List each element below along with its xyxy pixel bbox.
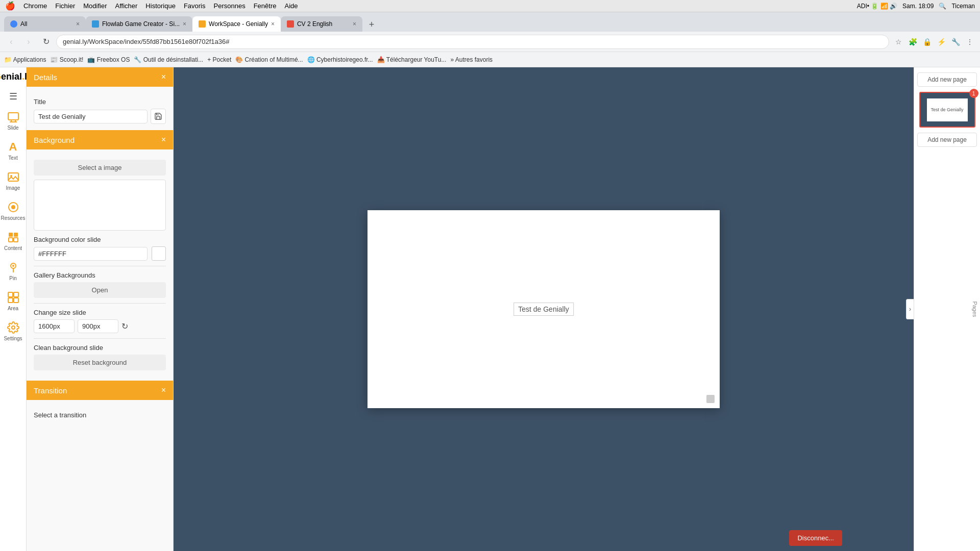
- mac-menubar: 🍎 Chrome Fichier Modifier Afficher Histo…: [0, 0, 980, 12]
- tab-close-flowlab[interactable]: ×: [183, 20, 186, 28]
- transition-content: Select a transition: [27, 400, 173, 428]
- addressbar-icons: ☆ 🧩 🔒 ⚡ 🔧 ⋮: [892, 36, 976, 48]
- bookmark-creation[interactable]: 🎨 Création of Multimé...: [235, 56, 303, 63]
- svg-rect-4: [8, 173, 18, 181]
- menu-favoris[interactable]: Favoris: [184, 2, 206, 10]
- menu-afficher[interactable]: Afficher: [115, 2, 138, 10]
- menu-historique[interactable]: Historique: [145, 2, 176, 10]
- forward-button[interactable]: ›: [21, 35, 36, 49]
- bookmark-outil[interactable]: 🔧 Outil de désinstallati...: [134, 56, 203, 63]
- size-refresh-icon[interactable]: ↻: [121, 321, 128, 331]
- bookmark-applications[interactable]: 📁 Applications: [4, 56, 46, 63]
- menu-fichier[interactable]: Fichier: [55, 2, 75, 10]
- select-image-button[interactable]: Select a image: [34, 160, 166, 176]
- bg-color-swatch[interactable]: [152, 246, 166, 261]
- bookmark-pocket[interactable]: + Pocket: [207, 56, 231, 63]
- width-input[interactable]: [34, 319, 75, 333]
- tab-all[interactable]: All ×: [4, 16, 86, 32]
- chrome-tabbar: All × Flowlab Game Creator - Si... × Wor…: [0, 12, 980, 32]
- tab-close-all[interactable]: ×: [76, 20, 80, 28]
- height-input[interactable]: [78, 319, 118, 333]
- sidebar-item-pin[interactable]: Pin: [0, 256, 27, 285]
- tab-flowlab[interactable]: Flowlab Game Creator - Si... ×: [86, 16, 192, 32]
- menubar-right: ADI• 🔋 📶 🔊 Sam. 18:09 🔍 Ticeman: [857, 3, 975, 10]
- bookmark-star-icon[interactable]: ☆: [892, 36, 904, 48]
- menubar-search[interactable]: 🔍: [939, 3, 946, 10]
- menu-fenetre[interactable]: Fenêtre: [254, 2, 277, 10]
- sidebar-item-image[interactable]: Image: [0, 166, 27, 195]
- reload-button[interactable]: ↻: [39, 35, 53, 49]
- slide-content-text: Test de Genially: [513, 303, 574, 316]
- add-page-top-button[interactable]: Add new page: [917, 72, 977, 87]
- background-header-label: Background: [34, 136, 75, 144]
- resize-handle[interactable]: [706, 395, 715, 403]
- tab-close-cv[interactable]: ×: [353, 20, 356, 28]
- area-label: Area: [8, 306, 18, 311]
- pin-label: Pin: [9, 276, 16, 281]
- tab-label-genially: WorkSpace - Genially: [209, 20, 268, 28]
- extension-icon-3[interactable]: ⚡: [935, 36, 947, 48]
- menubar-user: Ticeman: [951, 3, 975, 10]
- transition-select-label: Select a transition: [34, 411, 166, 419]
- area-icon: [6, 290, 20, 305]
- page-thumbnail-1[interactable]: Test de Genially 1: [919, 92, 975, 128]
- details-close-button[interactable]: ×: [161, 72, 166, 82]
- bookmark-scoopit[interactable]: 📰 Scoop.it!: [50, 56, 83, 63]
- url-bar[interactable]: genial.ly/WorkSpace/index/55fd87bb1561e8…: [56, 35, 889, 49]
- tab-genially[interactable]: WorkSpace - Genially ×: [192, 16, 281, 32]
- sidebar-item-text[interactable]: A Text: [0, 136, 27, 165]
- disconnect-button[interactable]: Disconnec...: [789, 530, 842, 546]
- bookmark-freebox[interactable]: 📺 Freebox OS: [87, 56, 130, 63]
- svg-rect-8: [9, 233, 13, 237]
- sidebar-item-area[interactable]: Area: [0, 286, 27, 315]
- svg-rect-9: [14, 233, 18, 237]
- pages-toggle-button[interactable]: ›: [906, 299, 914, 319]
- menubar-status: ADI• 🔋 📶 🔊: [857, 3, 897, 10]
- title-input[interactable]: [34, 110, 148, 123]
- bookmark-autres[interactable]: » Autres favoris: [450, 56, 493, 63]
- divider-2: [34, 303, 166, 304]
- menu-chrome[interactable]: Chrome: [23, 2, 47, 10]
- extension-icon-4[interactable]: 🔧: [949, 36, 962, 48]
- details-section-header: Details ×: [27, 67, 173, 87]
- menu-modifier[interactable]: Modifier: [83, 2, 107, 10]
- transition-close-button[interactable]: ×: [161, 386, 166, 395]
- reset-background-button[interactable]: Reset background: [34, 355, 166, 370]
- size-row: ↻: [34, 319, 166, 333]
- transition-section-header: Transition ×: [27, 381, 173, 400]
- sidebar-menu-toggle[interactable]: ☰: [5, 88, 21, 105]
- page-number-badge: 1: [969, 89, 978, 98]
- add-page-bottom-button[interactable]: Add new page: [917, 133, 977, 147]
- sidebar-item-slide[interactable]: Slide: [0, 106, 27, 135]
- title-save-button[interactable]: [151, 109, 166, 124]
- bookmark-cyber[interactable]: 🌐 Cyberhistoiregeo.fr...: [307, 56, 373, 63]
- page-thumb-content: Test de Genially: [927, 98, 968, 121]
- slide-canvas[interactable]: Test de Genially: [368, 210, 720, 408]
- settings-icon: [6, 320, 20, 335]
- gallery-open-button[interactable]: Open: [34, 282, 166, 298]
- menu-aide[interactable]: Aide: [284, 2, 298, 10]
- gallery-backgrounds-label: Gallery Backgrounds: [34, 271, 166, 279]
- bg-color-input[interactable]: [34, 247, 148, 261]
- tab-cv[interactable]: CV 2 English ×: [281, 16, 362, 32]
- title-input-row: [34, 109, 166, 124]
- extension-icon-2[interactable]: 🔒: [921, 36, 933, 48]
- sidebar-item-settings[interactable]: Settings: [0, 316, 27, 345]
- svg-rect-15: [8, 292, 13, 297]
- page-thumb-text: Test de Genially: [930, 107, 963, 112]
- svg-rect-0: [8, 113, 18, 120]
- clean-bg-label: Clean background slide: [34, 344, 166, 352]
- bookmark-youtube[interactable]: 📥 Téléchargeur YouTu...: [377, 56, 447, 63]
- resources-label: Resources: [1, 215, 26, 221]
- new-tab-button[interactable]: +: [364, 17, 379, 32]
- back-button[interactable]: ‹: [4, 35, 18, 49]
- menu-personnes[interactable]: Personnes: [214, 2, 246, 10]
- sidebar-item-resources[interactable]: Resources: [0, 196, 27, 225]
- extension-icon-1[interactable]: 🧩: [906, 36, 919, 48]
- background-close-button[interactable]: ×: [161, 135, 166, 144]
- tab-close-genially[interactable]: ×: [271, 20, 275, 28]
- svg-rect-11: [14, 238, 18, 242]
- sidebar-item-content[interactable]: Content: [0, 226, 27, 255]
- chrome-menu-icon[interactable]: ⋮: [964, 36, 976, 48]
- apple-menu[interactable]: 🍎: [5, 1, 15, 11]
